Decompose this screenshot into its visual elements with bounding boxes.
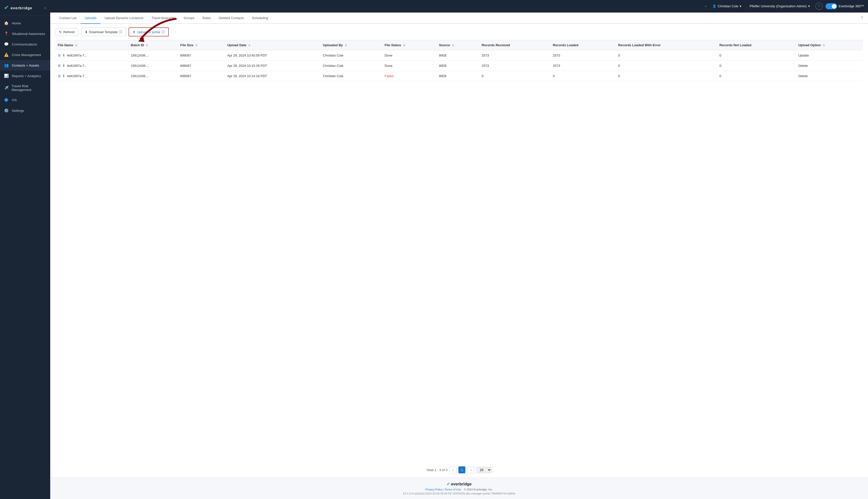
sidebar: ✔ everbridge « 🏠 Home 📍 Situational Awar…: [0, 0, 50, 499]
footer-terms-of-use-link[interactable]: Terms of Use: [445, 488, 461, 491]
cell-file-name-1: ⊞ ⬇ 4e81997a-7...: [55, 61, 128, 71]
col-file-size-sort[interactable]: ⇅: [195, 44, 197, 47]
topbar-username: Christian Cole: [718, 4, 739, 8]
file-download-icon-1[interactable]: ⬇: [62, 63, 65, 68]
topbar-user[interactable]: 👤 Christian Cole ▾: [710, 3, 744, 10]
situational-awareness-icon: 📍: [4, 32, 9, 36]
col-file-name-sort[interactable]: ⇅: [75, 44, 77, 47]
topbar-expand-icon[interactable]: »: [705, 4, 707, 8]
sidebar-item-contacts-assets[interactable]: 👥 Contacts + Assets: [0, 60, 50, 71]
footer-copyright: © 2024 Everbridge, Inc.: [464, 488, 493, 491]
cell-file-name-text-0: 4e81997a-7...: [67, 53, 87, 57]
sidebar-item-communications[interactable]: 💬 Communications: [0, 39, 50, 49]
col-upload-date-sort[interactable]: ⇅: [248, 44, 250, 47]
table-header-row: File Name ⇅ Batch ID ⇅ File Size ⇅ Upl: [55, 40, 863, 50]
footer-privacy-policy-link[interactable]: Privacy Policy: [425, 488, 443, 491]
cell-batch-id-1: 15612436....: [128, 61, 178, 71]
tab-contact-list[interactable]: Contact List: [55, 13, 80, 24]
tab-uploads[interactable]: Uploads: [80, 13, 101, 24]
col-upload-date: Upload Date ⇅: [225, 40, 321, 50]
col-records-received-label: Records Received: [482, 43, 510, 47]
topbar: » 👤 Christian Cole ▾ Pfieffer University…: [50, 0, 868, 13]
logo-checkmark-icon: ✔: [4, 4, 9, 11]
sidebar-item-settings[interactable]: ⚙️ Settings: [0, 105, 50, 116]
sidebar-item-reports-analytics-label: Reports + Analytics: [12, 74, 41, 78]
tab-groups[interactable]: Groups: [179, 13, 198, 24]
contacts-assets-icon: 👥: [4, 63, 9, 68]
sidebar-item-crisis-management[interactable]: ⚠️ Crisis Management: [0, 49, 50, 60]
sidebar-item-situational-awareness-label: Situational Awareness: [12, 32, 45, 36]
download-template-button[interactable]: ⬇ Download Template ⓘ: [81, 28, 126, 36]
col-file-name: File Name ⇅: [55, 40, 128, 50]
table-row: ⊞ ⬇ 4e81997a-7... 15612436.... 898087 Ap…: [55, 71, 863, 81]
pagination-view-text: View 1 - 3 of 3: [427, 468, 448, 472]
cell-source-2: WEB: [436, 71, 479, 81]
topbar-org[interactable]: Pfieffer University (Organization Admin)…: [747, 3, 812, 10]
ita-icon: 🔷: [4, 98, 9, 102]
cell-file-size-0: 898087: [178, 50, 225, 61]
col-batch-id-sort[interactable]: ⇅: [146, 44, 148, 47]
col-upload-option-label: Upload Option: [798, 43, 821, 47]
col-records-loaded-label: Records Loaded: [553, 43, 579, 47]
cell-file-name-0: ⊞ ⬇ 4e81997a-7...: [55, 50, 128, 61]
tab-rules[interactable]: Rules: [198, 13, 215, 24]
sidebar-item-communications-label: Communications: [12, 42, 37, 46]
tabs-help-icon[interactable]: ?: [861, 16, 863, 20]
cell-records-loaded-0: 2573: [550, 50, 616, 61]
pagination-prev-button[interactable]: ‹: [449, 466, 456, 473]
settings-icon: ⚙️: [4, 108, 9, 113]
toggle-360[interactable]: [826, 3, 837, 9]
file-view-icon-1[interactable]: ⊞: [58, 63, 61, 68]
file-view-icon-0[interactable]: ⊞: [58, 53, 61, 57]
col-uploaded-by-sort[interactable]: ⇅: [345, 44, 347, 47]
cell-file-name-text-1: 4e81997a-7...: [67, 64, 87, 68]
col-upload-date-label: Upload Date: [227, 43, 246, 47]
sidebar-collapse-button[interactable]: «: [44, 6, 46, 10]
upload-label: Upload to portal: [137, 30, 160, 34]
sidebar-item-situational-awareness[interactable]: 📍 Situational Awareness: [0, 28, 50, 39]
file-view-icon-2[interactable]: ⊞: [58, 74, 61, 78]
tab-scheduling[interactable]: Scheduling: [248, 13, 272, 24]
cell-source-0: WEB: [436, 50, 479, 61]
cell-upload-option-2: Delete: [796, 71, 863, 81]
refresh-label: Refresh: [63, 30, 75, 34]
tab-deleted-contacts[interactable]: Deleted Contacts: [215, 13, 248, 24]
toolbar: ↻ Refresh ⬇ Download Template ⓘ ⬆ Upload…: [50, 24, 868, 40]
col-uploaded-by-label: Uploaded By: [323, 43, 343, 47]
footer-version-text: 24.1.0.4-ca31a5d-2024-03-06-06:56 FE-VER…: [403, 492, 516, 495]
sidebar-item-travel-risk[interactable]: ✈️ Travel Risk Management: [0, 81, 50, 95]
crisis-management-icon: ⚠️: [4, 52, 9, 57]
cell-file-status-1: Done: [382, 61, 436, 71]
col-file-status-sort[interactable]: ⇅: [403, 44, 405, 47]
col-records-error: Records Loaded With Error: [616, 40, 717, 50]
cell-file-status-2: Failed: [382, 71, 436, 81]
footer: ✔ everbridge Privacy Policy | Terms of U…: [50, 477, 868, 499]
tab-upload-dynamic[interactable]: Upload Dynamic Locations: [100, 13, 147, 24]
cell-records-loaded-1: 2573: [550, 61, 616, 71]
tab-travel-itineraries[interactable]: Travel Itineraries: [147, 13, 179, 24]
cell-uploaded-by-2: Christian Cole: [321, 71, 382, 81]
cell-file-name-text-2: 4e81997a-7...: [67, 74, 87, 78]
download-info-icon: ⓘ: [119, 30, 122, 34]
pagination-page-1[interactable]: 1: [458, 466, 466, 473]
sidebar-item-contacts-assets-label: Contacts + Assets: [12, 63, 39, 67]
cell-file-name-2: ⊞ ⬇ 4e81997a-7...: [55, 71, 128, 81]
pagination-page-size-select[interactable]: 25 50 100: [476, 467, 492, 473]
topbar-help-button[interactable]: ?: [816, 3, 822, 10]
col-upload-option-sort[interactable]: ⇅: [823, 44, 825, 47]
refresh-button[interactable]: ↻ Refresh: [55, 28, 78, 36]
uploads-table: File Name ⇅ Batch ID ⇅ File Size ⇅ Upl: [55, 40, 863, 81]
download-icon: ⬇: [85, 30, 88, 34]
sidebar-item-ita[interactable]: 🔷 ITA: [0, 95, 50, 105]
cell-source-1: WEB: [436, 61, 479, 71]
col-source-sort[interactable]: ⇅: [452, 44, 454, 47]
sidebar-logo-area: ✔ everbridge «: [0, 0, 50, 16]
file-download-icon-0[interactable]: ⬇: [62, 53, 65, 57]
sidebar-item-home[interactable]: 🏠 Home: [0, 18, 50, 28]
sidebar-item-reports-analytics[interactable]: 📊 Reports + Analytics: [0, 71, 50, 81]
footer-links: Privacy Policy | Terms of Use © 2024 Eve…: [54, 488, 864, 491]
upload-to-portal-button[interactable]: ⬆ Upload to portal ⓘ: [128, 27, 169, 36]
file-download-icon-2[interactable]: ⬇: [62, 74, 65, 78]
pagination-next-button[interactable]: ›: [468, 466, 474, 473]
upload-info-icon: ⓘ: [161, 30, 165, 34]
